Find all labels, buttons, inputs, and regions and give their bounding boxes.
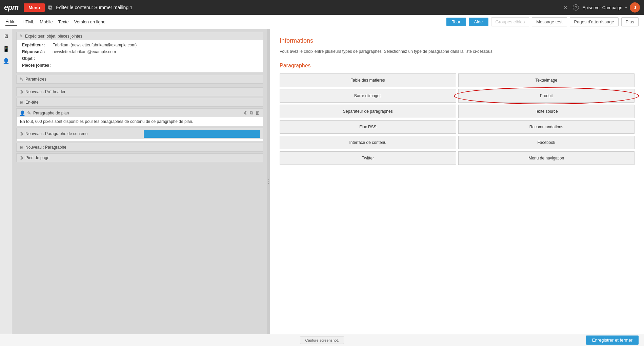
tab-version-en-ligne[interactable]: Version en ligne — [74, 18, 106, 26]
new-paragraph-block: ⊕ Nouveau : Paragraphe — [16, 143, 263, 152]
tour-button[interactable]: Tour — [446, 18, 466, 26]
plan-label: Paragraphe de plan — [33, 111, 242, 115]
para-btn-table-matieres[interactable]: Table des matières — [280, 73, 456, 87]
parametres-label: Paramètres — [25, 77, 260, 82]
menu-button[interactable]: Menu — [24, 3, 45, 12]
new-content-add-icon: ⊕ — [19, 131, 23, 136]
new-paragraph-bar[interactable]: ⊕ Nouveau : Paragraphe — [17, 143, 263, 151]
new-content-block: ⊕ Nouveau : Paragraphe de contenu — [16, 128, 263, 141]
para-btn-recommandations[interactable]: Recommandations — [458, 120, 635, 134]
para-btn-interface-contenu[interactable]: Interface de contenu — [280, 136, 456, 149]
email-header-section: ✎ Expéditeur, objet, pièces jointes Expé… — [16, 32, 263, 73]
entete-add-icon: ⊕ — [19, 100, 23, 105]
main-layout: 🖥 📱 👤 ✎ Expéditeur, objet, pièces jointe… — [0, 29, 644, 334]
message-test-button[interactable]: Message test — [532, 17, 567, 26]
tab-editer[interactable]: Éditer — [5, 18, 17, 26]
objet-label: Objet : — [22, 56, 53, 61]
user-icon[interactable]: 👤 — [1, 56, 11, 66]
tab-mobile[interactable]: Mobile — [40, 18, 53, 26]
para-btn-twitter[interactable]: Twitter — [280, 151, 456, 165]
toolbar: Éditer HTML Mobile Texte Version en lign… — [0, 15, 644, 29]
sender-section-bar[interactable]: ✎ Expéditeur, objet, pièces jointes — [17, 32, 263, 40]
preheader-bar[interactable]: ⊕ Nouveau : Pré-header — [17, 88, 263, 96]
plus-button[interactable]: Plus — [621, 17, 639, 26]
parametres-bar[interactable]: ✎ Paramètres — [17, 75, 263, 83]
top-bar-right: Episerver Campaign ▾ J — [582, 2, 640, 13]
new-content-highlight — [144, 130, 260, 138]
pages-atterrissage-button[interactable]: Pages d'atterrissage — [570, 17, 619, 26]
plan-copy-icon[interactable]: ⧉ — [250, 110, 253, 116]
plan-bar[interactable]: 👤 ✎ Paragraphe de plan ⊕ ⧉ 🗑 — [17, 109, 263, 117]
plan-user-icon: 👤 — [19, 110, 25, 116]
close-icon[interactable]: ✕ — [563, 4, 567, 11]
new-content-label: Nouveau : Paragraphe de contenu — [25, 131, 142, 136]
logo: epm — [4, 3, 18, 12]
pieces-row: Pièces jointes : — [22, 63, 257, 68]
reponse-value: newsletter.fabrikam@example.com — [53, 49, 116, 54]
entete-label: En-tête — [25, 100, 260, 105]
preheader-add-icon: ⊕ — [19, 89, 23, 94]
parametres-edit-icon: ✎ — [19, 77, 23, 82]
footer-bar[interactable]: ⊕ Pied de page — [17, 154, 263, 162]
new-paragraph-add-icon: ⊕ — [19, 145, 23, 150]
expediteur-label: Expéditeur : — [22, 43, 53, 47]
info-description: Vous avez le choix entre plusieurs types… — [280, 48, 635, 55]
tab-html[interactable]: HTML — [22, 18, 34, 26]
footer-add-icon: ⊕ — [19, 155, 23, 160]
para-btn-separateur[interactable]: Séparateur de paragraphes — [280, 105, 456, 118]
expediteur-value: Fabrikam (newsletter.fabrikam@example.co… — [53, 43, 137, 47]
reponse-row: Réponse à : newsletter.fabrikam@example.… — [22, 49, 257, 54]
right-panel: Informations Vous avez le choix entre pl… — [270, 29, 644, 334]
plan-block: 👤 ✎ Paragraphe de plan ⊕ ⧉ 🗑 En tout, 60… — [16, 108, 263, 126]
episerver-label: Episerver Campaign — [582, 5, 622, 10]
entete-bar[interactable]: ⊕ En-tête — [17, 98, 263, 106]
parametres-block: ✎ Paramètres — [16, 75, 263, 84]
paragraphes-title: Paragraphes — [280, 63, 635, 69]
desktop-icon[interactable]: 🖥 — [1, 32, 11, 41]
save-close-button[interactable]: Enregistrer et fermer — [586, 336, 639, 345]
plan-actions: ⊕ ⧉ 🗑 — [244, 110, 260, 116]
footer-label: Pied de page — [25, 155, 260, 160]
para-btn-facebook[interactable]: Facebook — [458, 136, 635, 149]
dropdown-arrow-icon[interactable]: ▾ — [625, 5, 627, 10]
plan-move-icon[interactable]: ⊕ — [244, 110, 248, 116]
editor-area: ✎ Expéditeur, objet, pièces jointes Expé… — [12, 29, 267, 334]
preheader-label: Nouveau : Pré-header — [25, 89, 260, 94]
para-btn-texte-image[interactable]: Texte/image — [458, 73, 635, 87]
expediteur-row: Expéditeur : Fabrikam (newsletter.fabrik… — [22, 43, 257, 47]
plan-edit-icon: ✎ — [27, 110, 31, 116]
objet-row: Objet : — [22, 56, 257, 61]
para-btn-barre-images[interactable]: Barre d'images — [280, 89, 456, 103]
toolbar-nav: Éditer HTML Mobile Texte Version en lign… — [5, 18, 446, 26]
pieces-label: Pièces jointes : — [22, 63, 53, 68]
para-btn-menu-navigation[interactable]: Menu de navigation — [458, 151, 635, 165]
splitter[interactable] — [267, 29, 270, 334]
para-btn-flux-rss[interactable]: Flux RSS — [280, 120, 456, 134]
edit-icon: ✎ — [19, 34, 23, 39]
help-icon[interactable]: ? — [573, 4, 579, 10]
sidebar-icons: 🖥 📱 👤 — [0, 29, 12, 334]
groupes-cibles-button[interactable]: Groupes cibles — [491, 17, 529, 26]
tab-texte[interactable]: Texte — [58, 18, 69, 26]
info-title: Informations — [280, 37, 635, 44]
pages-icon[interactable]: ⧉ — [48, 4, 53, 11]
para-btn-texte-source[interactable]: Texte source — [458, 105, 635, 118]
aide-button[interactable]: Aide — [469, 18, 488, 26]
entete-block: ⊕ En-tête — [16, 98, 263, 107]
new-content-bar[interactable]: ⊕ Nouveau : Paragraphe de contenu — [17, 128, 263, 139]
page-title: Éditer le contenu: Summer mailing 1 — [56, 5, 558, 10]
footer-block: ⊕ Pied de page — [16, 153, 263, 162]
mobile-icon[interactable]: 📱 — [1, 44, 11, 53]
capture-button[interactable]: Capture screenshot. — [300, 337, 344, 344]
plan-delete-icon[interactable]: 🗑 — [255, 110, 260, 116]
plan-content: En tout, 600 pixels sont disponibles pou… — [17, 117, 263, 126]
user-avatar[interactable]: J — [630, 2, 640, 13]
para-btn-produit[interactable]: Produit — [458, 89, 635, 103]
paragraph-grid: Table des matières Texte/image Barre d'i… — [280, 73, 635, 165]
preheader-block: ⊕ Nouveau : Pré-header — [16, 87, 263, 96]
bottom-bar: Capture screenshot. Enregistrer et ferme… — [0, 334, 644, 346]
new-paragraph-label: Nouveau : Paragraphe — [25, 145, 260, 150]
top-bar: epm Menu ⧉ Éditer le contenu: Summer mai… — [0, 0, 644, 15]
sender-section-label: Expéditeur, objet, pièces jointes — [25, 34, 260, 39]
toolbar-actions: Tour Aide Groupes cibles Message test Pa… — [446, 17, 639, 26]
